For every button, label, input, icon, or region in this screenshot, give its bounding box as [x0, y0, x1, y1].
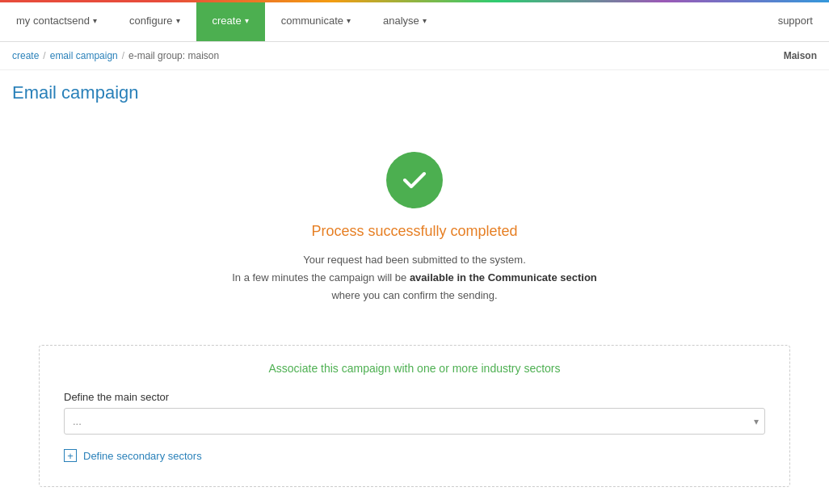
nav-item-communicate[interactable]: communicate ▾: [265, 0, 367, 41]
expand-icon: +: [64, 449, 77, 462]
nav-bar: my contactsend ▾ configure ▾ create ▾ co…: [0, 0, 829, 42]
sector-section: Associate this campaign with one or more…: [39, 345, 790, 487]
nav-item-configure[interactable]: configure ▾: [113, 0, 196, 41]
secondary-sectors-label: Define secondary sectors: [83, 450, 202, 462]
chevron-down-icon: ▾: [245, 16, 249, 25]
nav-label: analyse: [383, 15, 419, 27]
nav-label: create: [213, 15, 242, 27]
breadcrumb-email-campaign-link[interactable]: email campaign: [50, 50, 118, 61]
nav-item-my-contactsend[interactable]: my contactsend ▾: [0, 0, 113, 41]
page-title: Email campaign: [0, 70, 829, 111]
associate-label: Associate this campaign with one or more…: [64, 362, 765, 375]
nav-label: communicate: [281, 15, 343, 27]
breadcrumb-current: e-mail group: maison: [128, 50, 219, 61]
success-description: Your request had been submitted to the s…: [39, 251, 790, 304]
breadcrumb-user: Maison: [784, 50, 817, 61]
success-title: Process successfully completed: [39, 223, 790, 240]
nav-label: my contactsend: [16, 15, 90, 27]
breadcrumb: create / email campaign / e-mail group: …: [0, 42, 829, 70]
main-sector-select-wrapper: ... ▾: [64, 408, 765, 435]
main-sector-label: Define the main sector: [64, 391, 765, 403]
secondary-sectors-toggle[interactable]: + Define secondary sectors: [64, 449, 765, 462]
chevron-down-icon: ▾: [176, 16, 180, 25]
nav-support[interactable]: support: [762, 0, 829, 41]
nav-label: configure: [129, 15, 172, 27]
chevron-down-icon: ▾: [93, 16, 97, 25]
success-icon: [386, 152, 443, 208]
nav-item-create[interactable]: create ▾: [196, 0, 265, 41]
main-sector-select[interactable]: ...: [64, 408, 765, 435]
nav-item-analyse[interactable]: analyse ▾: [367, 0, 443, 41]
chevron-down-icon: ▾: [423, 16, 427, 25]
success-section: Process successfully completed Your requ…: [39, 128, 790, 337]
chevron-down-icon: ▾: [347, 16, 351, 25]
breadcrumb-create-link[interactable]: create: [12, 50, 39, 61]
main-content: Process successfully completed Your requ…: [27, 111, 802, 504]
